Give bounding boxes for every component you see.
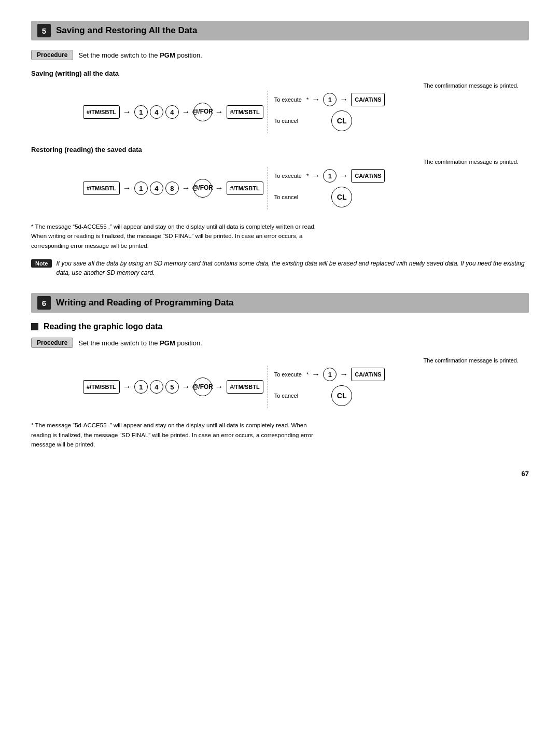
section6-split: To execute * → 1 → CA/AT/NS To cancel CL	[268, 366, 385, 408]
saving-key-hashtm: #/TM/SBTL	[83, 105, 120, 119]
section6-subsection: Reading the graphic logo data	[31, 322, 529, 331]
section6-footnote3: message will be printed.	[31, 441, 95, 448]
restoring-arrow5: →	[340, 171, 348, 180]
saving-key-4a: 4	[150, 105, 163, 119]
saving-arrow1: →	[123, 107, 131, 117]
restoring-key-cl-wrapper: CL	[331, 187, 352, 207]
section5-footnote2: When writing or reading is finalized, th…	[31, 233, 302, 239]
restoring-split: To execute * → 1 → CA/AT/NS To cancel CL	[268, 167, 385, 210]
section6-subsection-title: Reading the graphic logo data	[44, 322, 162, 331]
saving-key-hashtm2: #/TM/SBTL	[227, 105, 263, 119]
section5-note: Note If you save all the data by using a…	[31, 259, 529, 277]
restoring-key-caatns: CA/AT/NS	[351, 169, 385, 183]
square-bullet-icon	[31, 323, 38, 330]
section6-confirmation-note: The comfirmation message is printed.	[31, 357, 529, 364]
saving-confirmation-note: The comfirmation message is printed.	[31, 82, 529, 89]
saving-to-cancel: To cancel	[274, 118, 298, 124]
section6-procedure-text: Set the mode switch to the PGM position.	[78, 339, 202, 347]
saving-cancel-row: To cancel CL	[274, 110, 385, 131]
section6-arrow2: →	[182, 382, 190, 392]
section5-footnote3: corresponding error message will be prin…	[31, 243, 149, 249]
note-badge: Note	[31, 259, 52, 268]
restoring-arrow3: →	[215, 184, 223, 193]
section6-procedure-badge: Procedure	[31, 338, 73, 348]
restoring-key-cl: CL	[331, 187, 352, 207]
section6-to-cancel: To cancel	[274, 393, 298, 399]
restoring-key-4: 4	[150, 181, 163, 195]
section5-title: Saving and Restoring All the Data	[56, 25, 197, 36]
restoring-execute-row: To execute * → 1 → CA/AT/NS	[274, 169, 385, 183]
restoring-key-1: 1	[134, 181, 148, 195]
section5-procedure-line: Procedure Set the mode switch to the PGM…	[31, 50, 529, 60]
saving-arrow4: →	[312, 95, 320, 104]
restoring-label: Restoring (reading) the saved data	[31, 146, 529, 153]
saving-key-1: 1	[134, 105, 148, 119]
saving-arrow3: →	[215, 107, 223, 117]
section6-arrow3: →	[215, 382, 223, 392]
section6-execute-row: To execute * → 1 → CA/AT/NS	[274, 368, 385, 381]
section5-number: 5	[37, 24, 51, 37]
section6-arrow1: →	[123, 382, 131, 392]
saving-to-execute: To execute *	[274, 96, 309, 103]
saving-key-4b: 4	[165, 105, 179, 119]
section6-flow: #/TM/SBTL → 1 4 5 → @/FOR → #/TM/SBTL To…	[31, 366, 529, 408]
section6-key-4: 4	[150, 380, 163, 394]
section6: 6 Writing and Reading of Programming Dat…	[31, 293, 529, 449]
section5-header: 5 Saving and Restoring All the Data	[31, 21, 529, 40]
saving-key-cl-wrapper: CL	[331, 110, 352, 131]
saving-key-1-exec: 1	[323, 93, 337, 106]
section5-procedure-badge: Procedure	[31, 50, 73, 60]
section6-key-1: 1	[134, 380, 148, 394]
restoring-key-hashtm2: #/TM/SBTL	[227, 181, 263, 195]
section5-footnote: * The message “5d-ACCE55 .” will appear …	[31, 222, 529, 250]
section5-procedure-text: Set the mode switch to the PGM position.	[78, 51, 202, 59]
section6-arrow5: →	[340, 370, 348, 379]
section6-title: Writing and Reading of Programming Data	[56, 298, 234, 308]
note-text: If you save all the data by using an SD …	[56, 259, 529, 277]
section5: 5 Saving and Restoring All the Data Proc…	[31, 21, 529, 277]
restoring-cancel-row: To cancel CL	[274, 187, 385, 207]
saving-key-cl: CL	[331, 110, 352, 131]
section6-footnote: * The message “5d-ACCE55 .” will appear …	[31, 421, 529, 449]
section6-key-for: @/FOR	[193, 378, 212, 396]
restoring-key-hashtm: #/TM/SBTL	[83, 181, 120, 195]
section6-footnote2: reading is finalized, the message “SD FI…	[31, 432, 313, 438]
restoring-key-for: @/FOR	[193, 179, 212, 198]
saving-arrow2: →	[182, 107, 190, 117]
section6-flow-wrapper: The comfirmation message is printed. #/T…	[31, 357, 529, 408]
saving-label: Saving (writing) all the data	[31, 69, 529, 77]
restoring-to-cancel: To cancel	[274, 194, 298, 200]
page-number: 67	[31, 470, 529, 478]
restoring-arrow4: →	[312, 171, 320, 180]
restoring-to-execute: To execute *	[274, 173, 309, 179]
section6-footnote1: * The message “5d-ACCE55 .” will appear …	[31, 422, 307, 428]
section6-key-caatns: CA/AT/NS	[351, 368, 385, 381]
restoring-flow: #/TM/SBTL → 1 4 8 → @/FOR → #/TM/SBTL To…	[31, 167, 529, 210]
section5-footnote1: * The message “5d-ACCE55 .” will appear …	[31, 224, 316, 230]
restoring-arrow2: →	[182, 184, 190, 193]
saving-key-caatns: CA/AT/NS	[351, 93, 385, 106]
section6-to-execute: To execute *	[274, 371, 309, 378]
section6-arrow4: →	[312, 370, 320, 379]
section6-key-hashtm2: #/TM/SBTL	[227, 380, 263, 394]
saving-split: To execute * → 1 → CA/AT/NS To cancel CL	[268, 91, 385, 133]
restoring-confirmation-note: The comfirmation message is printed.	[31, 159, 529, 165]
section6-key-cl: CL	[331, 385, 352, 406]
restoring-key-1-exec: 1	[323, 169, 337, 183]
section6-key-1-exec: 1	[323, 368, 337, 381]
saving-flow-wrapper: The comfirmation message is printed. #/T…	[31, 82, 529, 133]
section6-header: 6 Writing and Reading of Programming Dat…	[31, 293, 529, 313]
saving-execute-row: To execute * → 1 → CA/AT/NS	[274, 93, 385, 106]
saving-arrow5: →	[340, 95, 348, 104]
restoring-arrow1: →	[123, 184, 131, 193]
section6-procedure-line: Procedure Set the mode switch to the PGM…	[31, 338, 529, 348]
saving-key-for: @/FOR	[193, 103, 212, 121]
restoring-key-8: 8	[165, 181, 179, 195]
restoring-flow-wrapper: The comfirmation message is printed. #/T…	[31, 159, 529, 210]
section6-cancel-row: To cancel CL	[274, 385, 385, 406]
section6-number: 6	[37, 296, 51, 310]
section6-key-5: 5	[165, 380, 179, 394]
section6-key-cl-wrapper: CL	[331, 385, 352, 406]
section6-key-hashtm: #/TM/SBTL	[83, 380, 120, 394]
saving-flow: #/TM/SBTL → 1 4 4 → @/FOR → #/TM/SBTL To…	[31, 91, 529, 133]
